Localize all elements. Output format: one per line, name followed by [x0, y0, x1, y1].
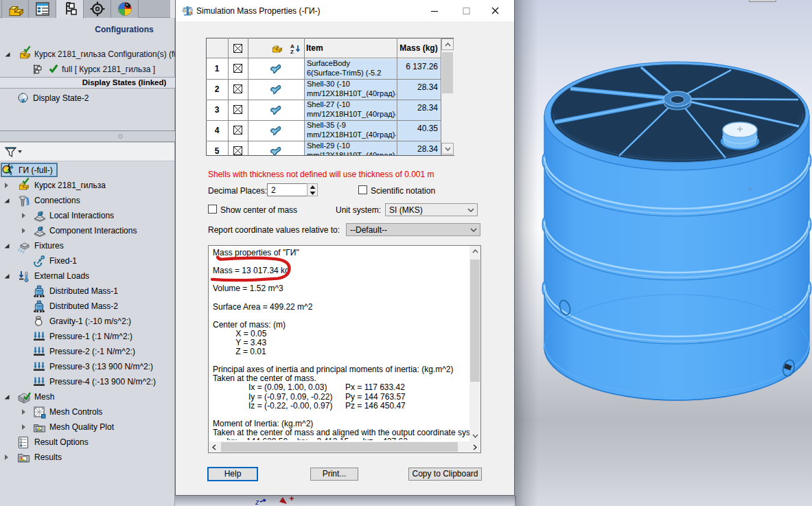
svg-text:Z: Z [290, 49, 294, 55]
